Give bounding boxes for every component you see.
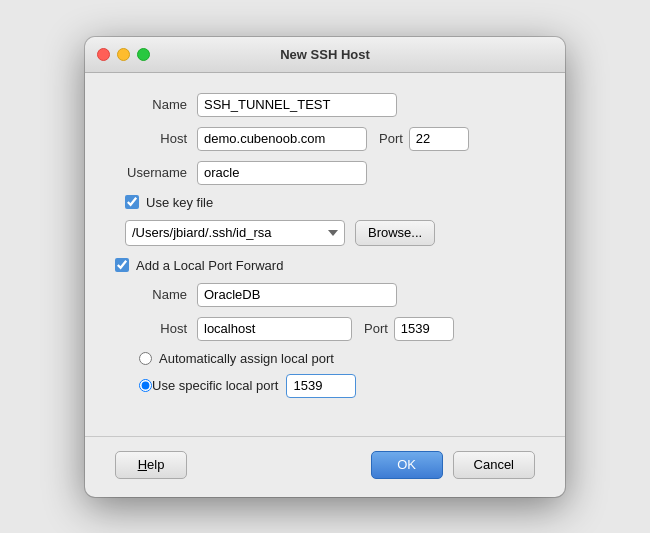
window-title: New SSH Host [280, 47, 370, 62]
local-port-input[interactable] [394, 317, 454, 341]
name-row: Name [115, 93, 535, 117]
form-content: Name Host Port Username Use key file /Us… [85, 73, 565, 426]
local-name-row: Name [135, 283, 535, 307]
auto-assign-radio[interactable] [139, 352, 152, 365]
username-row: Username [115, 161, 535, 185]
local-port-section: Name Host Port Automatically assign loca… [135, 283, 535, 398]
host-input[interactable] [197, 127, 367, 151]
window-controls [97, 48, 150, 61]
use-key-file-row: Use key file [125, 195, 535, 210]
local-host-input[interactable] [197, 317, 352, 341]
cancel-button[interactable]: Cancel [453, 451, 535, 479]
use-specific-radio[interactable] [139, 379, 152, 392]
name-label: Name [115, 97, 187, 112]
use-specific-label[interactable]: Use specific local port [152, 378, 278, 393]
host-label: Host [115, 131, 187, 146]
maximize-button[interactable] [137, 48, 150, 61]
name-input[interactable] [197, 93, 397, 117]
use-key-file-checkbox[interactable] [125, 195, 139, 209]
specific-port-row: Use specific local port [139, 374, 535, 398]
username-label: Username [115, 165, 187, 180]
dialog-window: New SSH Host Name Host Port Username Use… [85, 37, 565, 497]
keyfile-select[interactable]: /Users/jbiard/.ssh/id_rsa [125, 220, 345, 246]
username-input[interactable] [197, 161, 367, 185]
footer-left: Help [115, 451, 187, 479]
titlebar: New SSH Host [85, 37, 565, 73]
specific-port-input[interactable] [286, 374, 356, 398]
add-local-port-checkbox[interactable] [115, 258, 129, 272]
footer: Help OK Cancel [85, 436, 565, 497]
ok-button[interactable]: OK [371, 451, 443, 479]
auto-assign-label[interactable]: Automatically assign local port [159, 351, 334, 366]
port-input[interactable] [409, 127, 469, 151]
help-label: Help [138, 457, 165, 472]
local-name-input[interactable] [197, 283, 397, 307]
browse-button[interactable]: Browse... [355, 220, 435, 246]
minimize-button[interactable] [117, 48, 130, 61]
close-button[interactable] [97, 48, 110, 61]
help-button[interactable]: Help [115, 451, 187, 479]
host-row: Host Port [115, 127, 535, 151]
use-key-file-label[interactable]: Use key file [146, 195, 213, 210]
local-host-label: Host [135, 321, 187, 336]
local-name-label: Name [135, 287, 187, 302]
local-host-row: Host Port [135, 317, 535, 341]
add-local-port-label[interactable]: Add a Local Port Forward [136, 258, 283, 273]
add-local-port-row: Add a Local Port Forward [115, 258, 535, 273]
auto-assign-row: Automatically assign local port [139, 351, 535, 366]
footer-right: OK Cancel [371, 451, 535, 479]
local-port-label: Port [364, 321, 388, 336]
port-label: Port [379, 131, 403, 146]
keyfile-row: /Users/jbiard/.ssh/id_rsa Browse... [125, 220, 535, 246]
